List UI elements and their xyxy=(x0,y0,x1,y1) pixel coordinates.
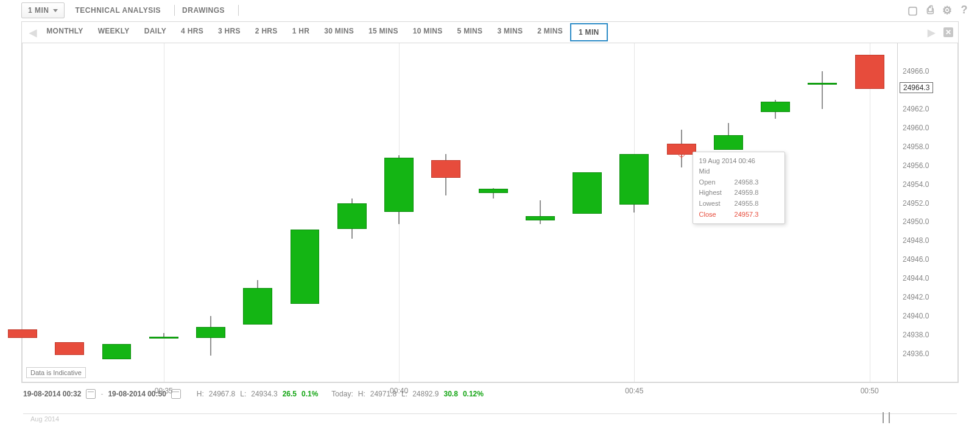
timeframe-tab[interactable]: 4 HRS xyxy=(174,23,211,41)
y-axis: 24936.024938.024940.024942.024944.024946… xyxy=(897,43,957,382)
footer-change: 26.5 xyxy=(283,390,297,398)
candle[interactable] xyxy=(8,43,37,382)
calendar-icon[interactable] xyxy=(171,389,181,399)
timeframe-next-icon[interactable]: ▶ xyxy=(925,27,937,38)
candle[interactable] xyxy=(102,43,132,382)
timeframe-tab[interactable]: WEEKLY xyxy=(91,23,137,41)
timeframe-tab[interactable]: 3 MINS xyxy=(490,23,530,41)
candle[interactable] xyxy=(149,43,178,382)
navigator-handle[interactable] xyxy=(883,412,890,423)
x-axis-tick: 00:40 xyxy=(390,387,408,395)
timeframe-tab[interactable]: 30 MINS xyxy=(317,23,361,41)
tooltip-low-value: 24955.8 xyxy=(735,198,759,209)
candle-body xyxy=(714,135,743,150)
y-axis-tick: 24944.0 xyxy=(903,274,929,283)
y-axis-tick: 24948.0 xyxy=(903,236,929,245)
technical-analysis-label: TECHNICAL ANALYSIS xyxy=(76,6,161,15)
footer-today-low-value: 24892.9 xyxy=(412,390,439,398)
gear-icon[interactable]: ⚙ xyxy=(942,4,953,17)
x-axis-tick: 00:35 xyxy=(155,387,173,395)
timeframe-tab[interactable]: 3 HRS xyxy=(211,23,248,41)
y-axis-tick: 24946.0 xyxy=(903,255,929,264)
candle[interactable] xyxy=(855,43,884,382)
candle[interactable] xyxy=(55,43,84,382)
footer-high-value: 24967.8 xyxy=(209,390,235,398)
timeframe-tab[interactable]: 1 HR xyxy=(285,23,317,41)
candle-body xyxy=(808,83,837,85)
interval-dropdown[interactable]: 1 MIN xyxy=(21,2,65,18)
candle-body xyxy=(102,344,132,359)
candle[interactable] xyxy=(526,43,555,382)
y-axis-tick: 24936.0 xyxy=(903,349,929,358)
candle-body xyxy=(149,337,178,339)
y-axis-tick: 24940.0 xyxy=(903,312,929,320)
toolbar-separator xyxy=(174,5,175,16)
tooltip-high-label: Highest xyxy=(699,188,735,198)
image-icon[interactable]: ▢ xyxy=(908,4,918,17)
candle-body xyxy=(479,189,508,193)
timeframe-tab[interactable]: MONTHLY xyxy=(39,23,90,41)
print-icon[interactable]: ⎙ xyxy=(927,4,934,17)
technical-analysis-dropdown[interactable]: TECHNICAL ANALYSIS xyxy=(69,3,171,18)
candle[interactable] xyxy=(196,43,225,382)
candle[interactable] xyxy=(667,43,696,382)
close-icon[interactable]: ✕ xyxy=(943,27,953,37)
timeframe-tab[interactable]: 15 MINS xyxy=(361,23,406,41)
help-icon[interactable]: ? xyxy=(961,4,968,17)
timeframe-tab[interactable]: 1 MIN xyxy=(570,23,608,41)
candle[interactable] xyxy=(243,43,272,382)
tooltip-open-value: 24958.3 xyxy=(735,177,759,188)
candle[interactable] xyxy=(808,43,837,382)
candle[interactable] xyxy=(573,43,602,382)
timeframe-tab[interactable]: 2 HRS xyxy=(248,23,285,41)
y-axis-tick: 24950.0 xyxy=(903,217,929,226)
candle[interactable] xyxy=(619,43,649,382)
x-axis-tick: 00:50 xyxy=(861,387,879,395)
crosshair-marker xyxy=(678,150,685,157)
footer-change-pct: 0.1% xyxy=(301,390,318,398)
calendar-icon[interactable] xyxy=(86,389,96,399)
candle[interactable] xyxy=(384,43,414,382)
candle-body xyxy=(337,203,367,229)
tooltip-type: Mid xyxy=(699,166,778,177)
timeframe-bar: ◀ MONTHLYWEEKLYDAILY4 HRS3 HRS2 HRS1 HR3… xyxy=(21,21,959,43)
tooltip-open-label: Open xyxy=(699,177,735,188)
candle-body xyxy=(196,327,225,337)
candle-body xyxy=(243,288,272,325)
candle-body xyxy=(384,158,414,211)
toolbar-icons: ▢ ⎙ ⚙ ? xyxy=(908,4,980,17)
timeframe-tab[interactable]: DAILY xyxy=(137,23,174,41)
tooltip-close-label: Close xyxy=(699,209,735,220)
footer-today-high-label: H: xyxy=(358,390,365,398)
y-axis-tick: 24962.0 xyxy=(903,105,929,113)
footer-dash: - xyxy=(100,390,103,398)
footer-low-value: 24934.3 xyxy=(251,390,277,398)
footer-low-label: L: xyxy=(240,390,246,398)
footer-today-change-pct: 0.12% xyxy=(463,390,484,398)
candle[interactable] xyxy=(479,43,508,382)
y-axis-tick: 24954.0 xyxy=(903,180,929,189)
chevron-down-icon xyxy=(53,9,58,12)
candle-tooltip: 19 Aug 2014 00:46 Mid Open24958.3 Highes… xyxy=(693,152,785,225)
candle-body xyxy=(855,55,884,89)
y-axis-tick: 24960.0 xyxy=(903,124,929,132)
y-axis-tick: 24966.0 xyxy=(903,67,929,76)
y-axis-tick: 24942.0 xyxy=(903,293,929,301)
toolbar-separator xyxy=(238,5,239,16)
footer-stats: 19-08-2014 00:32 - 19-08-2014 00:50 H: 2… xyxy=(0,383,980,413)
footer-high-label: H: xyxy=(197,390,204,398)
candle[interactable] xyxy=(431,43,460,382)
timeframe-prev-icon[interactable]: ◀ xyxy=(27,27,39,38)
navigator[interactable]: Aug 2014 xyxy=(23,413,957,425)
y-axis-tick: 24952.0 xyxy=(903,199,929,208)
candle-body xyxy=(573,172,602,214)
timeframe-tab[interactable]: 2 MINS xyxy=(530,23,570,41)
candle[interactable] xyxy=(291,43,320,382)
timeframe-tab[interactable]: 10 MINS xyxy=(406,23,450,41)
candle[interactable] xyxy=(337,43,367,382)
chart-area[interactable]: 00:3500:4000:4500:50 24936.024938.024940… xyxy=(21,43,959,383)
drawings-dropdown[interactable]: DRAWINGS xyxy=(176,3,234,18)
timeframe-tab[interactable]: 5 MINS xyxy=(450,23,490,41)
candle-body xyxy=(55,342,84,355)
drawings-label: DRAWINGS xyxy=(182,6,225,15)
